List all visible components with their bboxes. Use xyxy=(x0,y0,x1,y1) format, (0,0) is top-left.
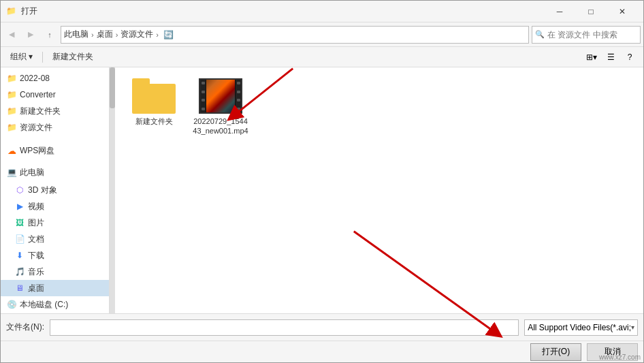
help-button[interactable]: ? xyxy=(622,50,638,65)
details-view-button[interactable]: ☰ xyxy=(602,50,619,65)
large-icon-view-button[interactable]: ⊞▾ xyxy=(583,50,600,65)
sidebar-container: 📁 2022-08 📁 Converter 📁 新建文件夹 📁 资源文件 xyxy=(1,67,115,313)
folder-icon: 📁 xyxy=(6,122,17,133)
up-button[interactable]: ↑ xyxy=(42,27,58,43)
scrollbar-thumb[interactable] xyxy=(110,67,115,108)
window-icon: 📁 xyxy=(6,6,17,17)
drive-icon: 💿 xyxy=(6,299,17,310)
sidebar-item-new-folder[interactable]: 📁 新建文件夹 xyxy=(1,103,109,119)
bottom-actions: 打开(O) 取消 xyxy=(1,341,643,362)
sidebar-item-3d[interactable]: ⬡ 3D 对象 xyxy=(1,182,109,198)
open-button[interactable]: 打开(O) xyxy=(530,343,581,361)
search-box[interactable]: 🔍 xyxy=(532,26,641,44)
sidebar-item-documents[interactable]: 📄 文档 xyxy=(1,231,109,247)
title-bar-buttons: ─ □ ✕ xyxy=(544,1,638,22)
action-bar: 组织 ▾ 新建文件夹 ⊞▾ ☰ ? xyxy=(1,47,643,67)
folder-icon: 📁 xyxy=(6,73,17,84)
video-content xyxy=(206,80,235,112)
sidebar-item-local-disk[interactable]: 💿 本地磁盘 (C:) xyxy=(1,296,109,313)
sidebar: 📁 2022-08 📁 Converter 📁 新建文件夹 📁 资源文件 xyxy=(1,67,110,313)
maximize-button[interactable]: □ xyxy=(575,1,607,22)
sidebar-item-resources[interactable]: 📁 资源文件 xyxy=(1,119,109,136)
music-icon: 🎵 xyxy=(14,266,25,277)
filetype-selector[interactable]: All Support Video Files(*.avi; ▾ xyxy=(524,319,638,336)
sidebar-item-downloads[interactable]: ⬇ 下载 xyxy=(1,247,109,264)
sidebar-item-desktop[interactable]: 🖥 桌面 xyxy=(1,280,109,296)
main-content: 📁 2022-08 📁 Converter 📁 新建文件夹 📁 资源文件 xyxy=(1,67,643,313)
folder-icon-wrap xyxy=(132,78,176,114)
breadcrumb-desktop[interactable]: 桌面 xyxy=(97,29,113,40)
separator xyxy=(42,52,43,63)
chevron-down-icon: ▾ xyxy=(631,323,634,331)
breadcrumb-resources[interactable]: 资源文件 xyxy=(120,29,153,40)
file-label: 20220729_154443_new001.mp4 xyxy=(193,116,248,136)
back-button[interactable]: ◀ xyxy=(3,27,20,43)
spacer xyxy=(1,136,109,141)
list-item[interactable]: 20220729_154443_new001.mp4 xyxy=(190,76,251,139)
filetype-value: All Support Video Files(*.avi; xyxy=(528,323,631,332)
search-input[interactable] xyxy=(547,30,637,40)
view-controls: ⊞▾ ☰ ? xyxy=(583,50,638,65)
sidebar-item-music[interactable]: 🎵 音乐 xyxy=(1,264,109,280)
filename-bar: 文件名(N): All Support Video Files(*.avi; ▾ xyxy=(1,313,643,341)
minimize-button[interactable]: ─ xyxy=(544,1,575,22)
doc-icon: 📄 xyxy=(14,234,25,244)
title-bar: 📁 打开 ─ □ ✕ xyxy=(1,1,643,22)
pc-icon: 💻 xyxy=(6,167,17,178)
sidebar-item-converter[interactable]: 📁 Converter xyxy=(1,86,109,103)
breadcrumb-pc[interactable]: 此电脑 xyxy=(64,29,88,40)
3d-icon: ⬡ xyxy=(14,185,25,195)
sidebar-item-pictures[interactable]: 🖼 图片 xyxy=(1,215,109,231)
download-icon: ⬇ xyxy=(14,250,25,261)
filename-input[interactable] xyxy=(50,319,519,336)
wps-icon: ☁ xyxy=(6,145,17,156)
watermark: www.xz7.com xyxy=(599,353,641,361)
film-strip-left xyxy=(200,80,206,112)
organize-button[interactable]: 组织 ▾ xyxy=(6,50,37,64)
forward-button[interactable]: ▶ xyxy=(22,27,39,43)
sidebar-item-2022-08[interactable]: 📁 2022-08 xyxy=(1,70,109,86)
toolbar: ◀ ▶ ↑ 此电脑 › 桌面 › 资源文件 › 🔄 🔍 xyxy=(1,22,643,47)
sidebar-item-this-pc[interactable]: 💻 此电脑 xyxy=(1,163,109,182)
image-icon: 🖼 xyxy=(14,217,25,228)
new-folder-button[interactable]: 新建文件夹 xyxy=(48,50,97,64)
folder-body xyxy=(132,84,176,114)
video-thumbnail xyxy=(199,78,242,114)
video-icon: ▶ xyxy=(14,201,25,212)
sidebar-scrollbar[interactable] xyxy=(110,67,115,313)
filename-label: 文件名(N): xyxy=(6,321,44,333)
desktop-icon: 🖥 xyxy=(14,283,25,294)
sidebar-item-wps[interactable]: ☁ WPS网盘 xyxy=(1,141,109,160)
video-preview xyxy=(206,80,235,112)
address-bar[interactable]: 此电脑 › 桌面 › 资源文件 › 🔄 xyxy=(61,26,529,44)
folder-icon: 📁 xyxy=(6,106,17,116)
search-icon: 🔍 xyxy=(535,30,545,39)
refresh-button[interactable]: 🔄 xyxy=(161,28,175,42)
list-item[interactable]: 新建文件夹 xyxy=(123,76,184,139)
file-area[interactable]: 新建文件夹 xyxy=(115,67,643,313)
file-open-dialog: 📁 打开 ─ □ ✕ ◀ ▶ ↑ 此电脑 › 桌面 › 资源文件 › 🔄 🔍 组… xyxy=(0,0,644,363)
close-button[interactable]: ✕ xyxy=(607,1,638,22)
file-label: 新建文件夹 xyxy=(135,116,173,126)
sidebar-item-videos[interactable]: ▶ 视频 xyxy=(1,198,109,215)
film-strip-right xyxy=(236,80,241,112)
folder-icon: 📁 xyxy=(6,89,17,100)
window-title: 打开 xyxy=(21,5,544,17)
